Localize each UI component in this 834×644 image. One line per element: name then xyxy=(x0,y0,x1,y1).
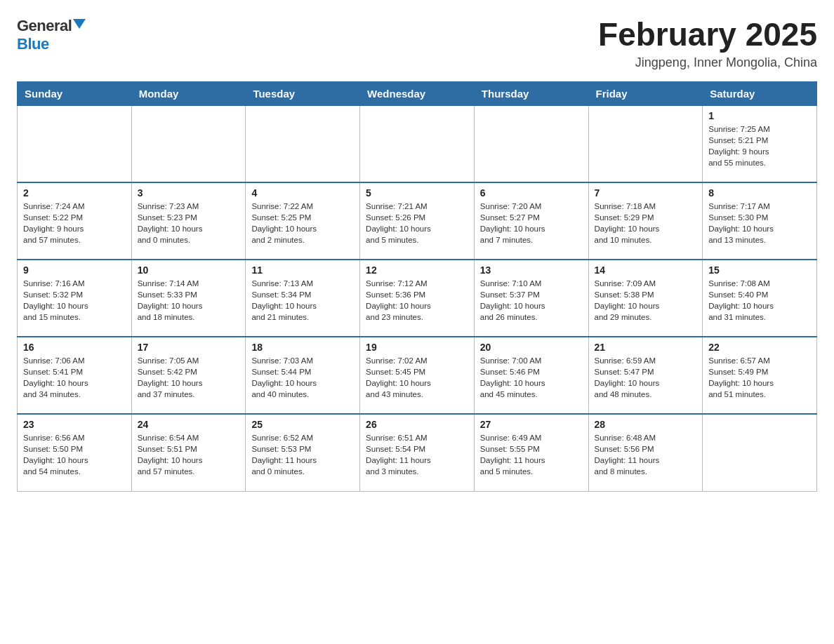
calendar-day-cell: 28Sunrise: 6:48 AMSunset: 5:56 PMDayligh… xyxy=(588,414,703,491)
calendar-day-cell: 8Sunrise: 7:17 AMSunset: 5:30 PMDaylight… xyxy=(703,182,817,260)
calendar-day-cell: 1Sunrise: 7:25 AMSunset: 5:21 PMDaylight… xyxy=(703,105,817,182)
day-number: 14 xyxy=(595,264,697,276)
day-number: 7 xyxy=(595,187,697,199)
calendar-day-cell xyxy=(474,105,588,182)
calendar-day-cell: 18Sunrise: 7:03 AMSunset: 5:44 PMDayligh… xyxy=(246,337,360,414)
weekday-header-saturday: Saturday xyxy=(703,81,817,105)
day-info: Sunrise: 7:00 AMSunset: 5:46 PMDaylight:… xyxy=(480,355,583,400)
day-number: 13 xyxy=(480,264,583,276)
day-number: 4 xyxy=(251,187,354,199)
calendar-day-cell xyxy=(131,105,246,182)
day-info: Sunrise: 7:20 AMSunset: 5:27 PMDaylight:… xyxy=(480,201,583,246)
calendar-week-row: 1Sunrise: 7:25 AMSunset: 5:21 PMDaylight… xyxy=(18,105,817,182)
calendar-day-cell: 20Sunrise: 7:00 AMSunset: 5:46 PMDayligh… xyxy=(474,337,588,414)
calendar-day-cell: 17Sunrise: 7:05 AMSunset: 5:42 PMDayligh… xyxy=(131,337,246,414)
day-number: 12 xyxy=(366,264,468,276)
title-section: February 2025 Jingpeng, Inner Mongolia, … xyxy=(598,17,817,70)
calendar-day-cell xyxy=(703,414,817,491)
day-number: 8 xyxy=(708,187,811,199)
day-number: 10 xyxy=(138,264,240,276)
day-number: 26 xyxy=(366,419,468,430)
day-number: 2 xyxy=(23,187,126,199)
page-header: General Blue February 2025 Jingpeng, Inn… xyxy=(17,17,817,70)
day-info: Sunrise: 6:59 AMSunset: 5:47 PMDaylight:… xyxy=(595,355,697,400)
day-info: Sunrise: 6:54 AMSunset: 5:51 PMDaylight:… xyxy=(138,432,240,477)
day-info: Sunrise: 7:08 AMSunset: 5:40 PMDaylight:… xyxy=(708,278,811,323)
calendar-day-cell: 3Sunrise: 7:23 AMSunset: 5:23 PMDaylight… xyxy=(131,182,246,260)
day-number: 5 xyxy=(366,187,468,199)
calendar-week-row: 9Sunrise: 7:16 AMSunset: 5:32 PMDaylight… xyxy=(18,260,817,337)
day-number: 20 xyxy=(480,342,583,353)
day-number: 11 xyxy=(251,264,354,276)
calendar-day-cell: 24Sunrise: 6:54 AMSunset: 5:51 PMDayligh… xyxy=(131,414,246,491)
weekday-header-thursday: Thursday xyxy=(474,81,588,105)
calendar-day-cell: 27Sunrise: 6:49 AMSunset: 5:55 PMDayligh… xyxy=(474,414,588,491)
day-info: Sunrise: 7:17 AMSunset: 5:30 PMDaylight:… xyxy=(708,201,811,246)
day-info: Sunrise: 6:57 AMSunset: 5:49 PMDaylight:… xyxy=(708,355,811,400)
calendar-day-cell: 19Sunrise: 7:02 AMSunset: 5:45 PMDayligh… xyxy=(360,337,475,414)
day-info: Sunrise: 7:05 AMSunset: 5:42 PMDaylight:… xyxy=(138,355,240,400)
calendar-day-cell: 13Sunrise: 7:10 AMSunset: 5:37 PMDayligh… xyxy=(474,260,588,337)
day-number: 6 xyxy=(480,187,583,199)
calendar-day-cell xyxy=(360,105,475,182)
logo-triangle-icon xyxy=(73,19,86,29)
weekday-header-monday: Monday xyxy=(131,81,246,105)
weekday-header-tuesday: Tuesday xyxy=(246,81,360,105)
day-info: Sunrise: 6:52 AMSunset: 5:53 PMDaylight:… xyxy=(251,432,354,477)
day-info: Sunrise: 7:06 AMSunset: 5:41 PMDaylight:… xyxy=(23,355,126,400)
calendar-day-cell: 26Sunrise: 6:51 AMSunset: 5:54 PMDayligh… xyxy=(360,414,475,491)
day-number: 1 xyxy=(708,110,811,121)
calendar-day-cell: 12Sunrise: 7:12 AMSunset: 5:36 PMDayligh… xyxy=(360,260,475,337)
weekday-header-sunday: Sunday xyxy=(18,81,132,105)
day-number: 24 xyxy=(138,419,240,430)
calendar-day-cell: 10Sunrise: 7:14 AMSunset: 5:33 PMDayligh… xyxy=(131,260,246,337)
day-number: 27 xyxy=(480,419,583,430)
calendar-day-cell: 6Sunrise: 7:20 AMSunset: 5:27 PMDaylight… xyxy=(474,182,588,260)
day-info: Sunrise: 7:03 AMSunset: 5:44 PMDaylight:… xyxy=(251,355,354,400)
day-info: Sunrise: 6:56 AMSunset: 5:50 PMDaylight:… xyxy=(23,432,126,477)
calendar-day-cell: 7Sunrise: 7:18 AMSunset: 5:29 PMDaylight… xyxy=(588,182,703,260)
day-info: Sunrise: 7:12 AMSunset: 5:36 PMDaylight:… xyxy=(366,278,468,323)
day-info: Sunrise: 7:13 AMSunset: 5:34 PMDaylight:… xyxy=(251,278,354,323)
day-number: 21 xyxy=(595,342,697,353)
day-info: Sunrise: 6:49 AMSunset: 5:55 PMDaylight:… xyxy=(480,432,583,477)
day-number: 15 xyxy=(708,264,811,276)
calendar-day-cell: 9Sunrise: 7:16 AMSunset: 5:32 PMDaylight… xyxy=(18,260,132,337)
calendar-week-row: 23Sunrise: 6:56 AMSunset: 5:50 PMDayligh… xyxy=(18,414,817,491)
calendar-day-cell: 15Sunrise: 7:08 AMSunset: 5:40 PMDayligh… xyxy=(703,260,817,337)
day-number: 23 xyxy=(23,419,126,430)
day-info: Sunrise: 7:14 AMSunset: 5:33 PMDaylight:… xyxy=(138,278,240,323)
calendar-table: SundayMondayTuesdayWednesdayThursdayFrid… xyxy=(17,81,817,492)
day-number: 19 xyxy=(366,342,468,353)
day-info: Sunrise: 7:25 AMSunset: 5:21 PMDaylight:… xyxy=(708,123,811,168)
calendar-day-cell: 22Sunrise: 6:57 AMSunset: 5:49 PMDayligh… xyxy=(703,337,817,414)
calendar-day-cell: 2Sunrise: 7:24 AMSunset: 5:22 PMDaylight… xyxy=(18,182,132,260)
day-number: 17 xyxy=(138,342,240,353)
day-number: 28 xyxy=(595,419,697,430)
day-info: Sunrise: 6:51 AMSunset: 5:54 PMDaylight:… xyxy=(366,432,468,477)
calendar-day-cell: 23Sunrise: 6:56 AMSunset: 5:50 PMDayligh… xyxy=(18,414,132,491)
calendar-day-cell: 11Sunrise: 7:13 AMSunset: 5:34 PMDayligh… xyxy=(246,260,360,337)
weekday-header-friday: Friday xyxy=(588,81,703,105)
day-info: Sunrise: 7:09 AMSunset: 5:38 PMDaylight:… xyxy=(595,278,697,323)
day-number: 25 xyxy=(251,419,354,430)
logo: General Blue xyxy=(17,17,86,53)
day-number: 18 xyxy=(251,342,354,353)
day-number: 22 xyxy=(708,342,811,353)
weekday-header-wednesday: Wednesday xyxy=(360,81,475,105)
weekday-header-row: SundayMondayTuesdayWednesdayThursdayFrid… xyxy=(18,81,817,105)
day-info: Sunrise: 7:02 AMSunset: 5:45 PMDaylight:… xyxy=(366,355,468,400)
calendar-day-cell: 14Sunrise: 7:09 AMSunset: 5:38 PMDayligh… xyxy=(588,260,703,337)
day-info: Sunrise: 6:48 AMSunset: 5:56 PMDaylight:… xyxy=(595,432,697,477)
day-info: Sunrise: 7:24 AMSunset: 5:22 PMDaylight:… xyxy=(23,201,126,246)
logo-general-text: General xyxy=(17,17,72,35)
location-title: Jingpeng, Inner Mongolia, China xyxy=(598,55,817,70)
calendar-day-cell: 16Sunrise: 7:06 AMSunset: 5:41 PMDayligh… xyxy=(18,337,132,414)
logo-blue-text: Blue xyxy=(17,35,49,53)
calendar-day-cell: 25Sunrise: 6:52 AMSunset: 5:53 PMDayligh… xyxy=(246,414,360,491)
calendar-day-cell xyxy=(588,105,703,182)
day-info: Sunrise: 7:10 AMSunset: 5:37 PMDaylight:… xyxy=(480,278,583,323)
day-info: Sunrise: 7:18 AMSunset: 5:29 PMDaylight:… xyxy=(595,201,697,246)
day-info: Sunrise: 7:16 AMSunset: 5:32 PMDaylight:… xyxy=(23,278,126,323)
day-number: 3 xyxy=(138,187,240,199)
